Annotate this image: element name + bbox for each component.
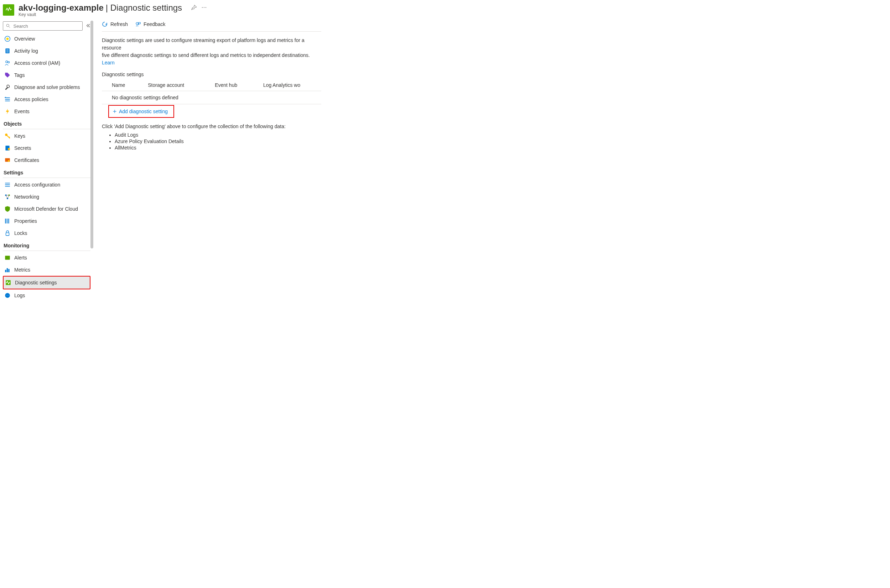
- feedback-button[interactable]: Feedback: [135, 21, 165, 27]
- diagnostic-settings-table: Name Storage account Event hub Log Analy…: [102, 80, 321, 104]
- svg-rect-30: [6, 233, 9, 236]
- svg-point-3: [6, 24, 9, 27]
- sidebar-item-keys[interactable]: Keys: [3, 130, 90, 142]
- sidebar-item-label: Logs: [14, 292, 25, 298]
- network-icon: [4, 194, 11, 200]
- page-title: | Diagnostic settings: [106, 3, 182, 13]
- sidebar-item-label: Certificates: [14, 158, 39, 163]
- sidebar-section-settings: Settings: [3, 166, 90, 178]
- svg-rect-28: [7, 219, 8, 224]
- people-icon: [4, 60, 11, 66]
- list-item: Azure Policy Evaluation Details: [115, 138, 321, 144]
- sidebar-item-label: Networking: [14, 194, 39, 200]
- sidebar-item-diagnostic-settings[interactable]: Diagnostic settings: [3, 276, 90, 290]
- sidebar-item-metrics[interactable]: Metrics: [3, 264, 90, 276]
- svg-point-11: [6, 61, 8, 63]
- sidebar-item-logs[interactable]: ⋯ Logs: [3, 290, 90, 302]
- sidebar-item-alerts[interactable]: Alerts: [3, 252, 90, 264]
- more-icon[interactable]: [201, 4, 207, 11]
- svg-rect-31: [5, 255, 10, 260]
- toolbar: Refresh Feedback: [102, 21, 321, 32]
- shield-icon: [4, 206, 11, 212]
- sidebar-item-access-config[interactable]: Access configuration: [3, 178, 90, 191]
- certificate-icon: [4, 157, 11, 164]
- feedback-icon: [135, 21, 141, 27]
- sidebar-item-label: Diagnose and solve problems: [14, 84, 80, 90]
- sidebar-item-tags[interactable]: Tags: [3, 69, 90, 81]
- resource-type: Key vault: [18, 12, 207, 17]
- lock-icon: [4, 230, 11, 236]
- svg-rect-18: [8, 148, 10, 150]
- sidebar-item-properties[interactable]: Properties: [3, 215, 90, 227]
- page-header: akv-logging-example | Diagnostic setting…: [0, 0, 890, 18]
- tag-icon: [4, 72, 11, 78]
- scrollbar-thumb[interactable]: [90, 21, 93, 249]
- add-diagnostic-setting-button[interactable]: Add diagnostic setting: [108, 105, 174, 118]
- sidebar-item-label: Tags: [14, 72, 25, 78]
- list-check-icon: [4, 96, 11, 102]
- sidebar: Overview Activity log Access control (IA…: [0, 18, 93, 304]
- sidebar-item-label: Access policies: [14, 96, 48, 102]
- column-eventhub: Event hub: [205, 80, 253, 91]
- sidebar-item-defender[interactable]: Microsoft Defender for Cloud: [3, 203, 90, 215]
- collapse-sidebar-icon[interactable]: [86, 23, 90, 29]
- search-icon: [6, 24, 11, 28]
- empty-message: No diagnostic settings defined: [102, 91, 321, 104]
- search-input[interactable]: [14, 24, 80, 29]
- svg-text:⋯: ⋯: [6, 294, 9, 297]
- svg-point-12: [8, 62, 10, 63]
- table-row: No diagnostic settings defined: [102, 91, 321, 104]
- sidebar-item-label: Metrics: [14, 267, 30, 273]
- resource-type-icon: [3, 4, 14, 16]
- sidebar-section-monitoring: Monitoring: [3, 239, 90, 251]
- list-item: Audit Logs: [115, 132, 321, 138]
- alerts-icon: [4, 255, 11, 261]
- sidebar-item-label: Diagnostic settings: [15, 280, 57, 285]
- sidebar-item-iam[interactable]: Access control (IAM): [3, 57, 90, 69]
- sidebar-item-events[interactable]: Events: [3, 105, 90, 117]
- refresh-button[interactable]: Refresh: [102, 21, 128, 27]
- sidebar-item-locks[interactable]: Locks: [3, 227, 90, 239]
- logs-icon: ⋯: [4, 292, 11, 298]
- description-text: Diagnostic settings are used to configur…: [102, 37, 321, 66]
- feedback-label: Feedback: [144, 21, 165, 27]
- sidebar-item-label: Alerts: [14, 255, 27, 261]
- sidebar-item-diagnose[interactable]: Diagnose and solve problems: [3, 81, 90, 93]
- svg-point-0: [202, 7, 203, 8]
- log-icon: [4, 48, 11, 54]
- column-name: Name: [102, 80, 138, 91]
- sidebar-item-label: Keys: [14, 133, 25, 139]
- svg-point-2: [206, 7, 206, 8]
- sidebar-item-secrets[interactable]: Secrets: [3, 142, 90, 154]
- diagnostic-icon: [5, 279, 11, 286]
- sidebar-item-overview[interactable]: Overview: [3, 33, 90, 45]
- list-item: AllMetrics: [115, 145, 321, 150]
- add-button-label: Add diagnostic setting: [119, 108, 168, 114]
- sidebar-item-activity-log[interactable]: Activity log: [3, 45, 90, 57]
- sidebar-item-label: Activity log: [14, 48, 38, 54]
- sidebar-section-objects: Objects: [3, 117, 90, 129]
- sidebar-item-certificates[interactable]: Certificates: [3, 154, 90, 166]
- secret-icon: [4, 145, 11, 151]
- list-check-icon: [4, 182, 11, 188]
- sidebar-item-label: Overview: [14, 36, 35, 42]
- resource-name: akv-logging-example: [18, 3, 104, 13]
- lead-text: Click 'Add Diagnostic setting' above to …: [102, 123, 321, 129]
- key-icon: [4, 133, 11, 139]
- sidebar-search[interactable]: [3, 21, 83, 31]
- sidebar-item-label: Secrets: [14, 145, 31, 151]
- sidebar-item-label: Microsoft Defender for Cloud: [14, 206, 78, 212]
- sidebar-item-access-policies[interactable]: Access policies: [3, 93, 90, 105]
- main-content: Refresh Feedback Diagnostic settings are…: [93, 18, 321, 304]
- sidebar-item-networking[interactable]: Networking: [3, 191, 90, 203]
- svg-rect-33: [7, 268, 8, 272]
- svg-point-38: [136, 22, 138, 24]
- pin-icon[interactable]: [191, 4, 197, 11]
- refresh-icon: [102, 21, 108, 27]
- learn-more-link[interactable]: Learn: [102, 60, 115, 66]
- table-title: Diagnostic settings: [102, 72, 321, 77]
- svg-point-20: [8, 160, 10, 162]
- column-law: Log Analytics wo: [253, 80, 321, 91]
- sidebar-item-label: Locks: [14, 230, 27, 236]
- properties-icon: [4, 218, 11, 224]
